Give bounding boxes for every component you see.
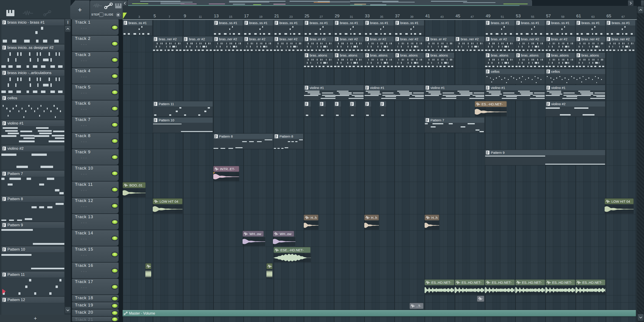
step-checkbox[interactable] xyxy=(99,13,104,17)
clip-bras-er-#2[interactable]: bras..er #2 xyxy=(183,36,213,52)
timeline-ruler[interactable]: 3579111315171921232527293133353739414345… xyxy=(123,6,637,20)
pattern-card[interactable]: violino #1 xyxy=(1,120,64,145)
clip-header[interactable]: violino #1 xyxy=(546,85,605,90)
automation-clip-master-volume[interactable]: Master - Volume xyxy=(123,310,636,316)
clip-es-hd-net-[interactable]: ES..HD.NET- xyxy=(485,279,514,295)
track-header[interactable]: Track 8■ ■ ■ xyxy=(72,133,118,149)
clip-header[interactable]: LOW HIT 04 xyxy=(153,198,182,204)
clip-header[interactable]: brass..ss #1 xyxy=(304,20,334,26)
clip-violino-#1[interactable]: violino #1 xyxy=(546,85,605,100)
clip-cellos[interactable]: cellos xyxy=(546,69,605,84)
clip-midi[interactable] xyxy=(364,101,372,117)
clip-header[interactable]: bras..ations xyxy=(576,53,605,58)
clip-bras-ations[interactable]: bras..ations xyxy=(304,53,334,68)
clip-h-h[interactable]: H..h xyxy=(424,215,439,230)
clip-wh-ow[interactable]: WH..ow xyxy=(273,231,296,246)
pattern-card[interactable]: brass inicio - brass #1 xyxy=(1,19,64,44)
clip-header[interactable]: bras..ner #2 xyxy=(334,36,364,42)
pattern-card[interactable]: Pattern 8 xyxy=(1,196,64,221)
clip-header[interactable]: Pattern 8 xyxy=(213,134,273,139)
clip-bras-ations[interactable]: bras..ations xyxy=(424,53,454,68)
track-mute-led[interactable] xyxy=(112,220,118,224)
pattern-card[interactable]: Pattern 11 xyxy=(1,271,64,296)
clip-header[interactable]: bras..ations xyxy=(334,53,364,58)
track-options-dots[interactable]: ■ ■ ■ xyxy=(81,125,87,126)
pattern-card-header[interactable]: Pattern 9 xyxy=(1,222,64,228)
track-header[interactable]: Track 2■ ■ ■ xyxy=(72,36,118,51)
pattern-card-header[interactable]: cellos xyxy=(1,95,64,101)
clip-bras-ner-#2[interactable]: bras..ner #2 xyxy=(576,36,605,52)
pattern-card-header[interactable]: violino #1 xyxy=(1,120,64,126)
add-pattern-button[interactable]: + xyxy=(34,315,37,321)
clip-header[interactable]: cellos xyxy=(485,69,545,74)
clip-es-hd-net-[interactable]: ES..HD.NET- xyxy=(455,279,484,295)
track-mute-led[interactable] xyxy=(112,74,118,78)
clip-header[interactable]: Pattern 8 xyxy=(274,134,303,139)
clip-es-hd-net-[interactable]: ES..HD.NET- xyxy=(515,279,545,295)
clip-header[interactable]: brass..ss #1 xyxy=(334,20,364,26)
clip-low-hit-04[interactable]: LOW HIT 04 xyxy=(604,198,634,214)
track-options-dots[interactable]: ■ ■ ■ xyxy=(81,222,87,224)
audio-filter-icon[interactable] xyxy=(22,10,33,16)
clip-brass-ss-#1[interactable]: brass..ss #1 xyxy=(606,20,636,36)
clip-header[interactable] xyxy=(304,101,311,107)
track-header[interactable]: Track 16■ ■ ■ xyxy=(72,262,118,278)
track-options-dots[interactable]: ■ ■ ■ xyxy=(81,44,87,45)
clip-pattern-9[interactable]: Pattern 9 xyxy=(485,150,605,165)
track-header[interactable]: Track 3■ ■ ■ xyxy=(72,52,118,68)
pattern-card-header[interactable]: brass inicio..ss designer #2 xyxy=(1,45,64,51)
clip-header[interactable]: brass..ss #1 xyxy=(274,20,303,26)
clip-brass-ss-#1[interactable]: brass..ss #1 xyxy=(485,20,514,36)
clip-header[interactable] xyxy=(319,101,326,107)
clip-header[interactable]: bras..er #2 xyxy=(424,36,454,42)
clip-bras-er-#2[interactable]: bras..er #2 xyxy=(244,36,273,52)
clip-bras-ner-#2[interactable]: bras..ner #2 xyxy=(515,36,545,52)
clip-brass-ss-#1[interactable]: brass..ss #1 xyxy=(546,20,575,36)
clip-header[interactable]: bras..ner #2 xyxy=(455,36,484,42)
clip-header[interactable]: bras..ations xyxy=(394,53,424,58)
pattern-card-header[interactable]: Pattern 8 xyxy=(1,196,64,202)
clip-pattern-8[interactable]: Pattern 8 xyxy=(274,134,303,149)
track-options-dots[interactable]: ■ ■ ■ xyxy=(81,157,87,159)
clip-bras-ations[interactable]: bras..ations xyxy=(485,53,514,68)
clip-header[interactable]: bras..ner #2 xyxy=(576,36,605,42)
track-header[interactable]: Track 21 xyxy=(72,316,118,321)
clip-header[interactable]: bras..ations xyxy=(304,53,334,58)
grid-scroll-up-button[interactable] xyxy=(638,6,644,14)
pattern-card-header[interactable]: Pattern 12 xyxy=(1,297,64,303)
playlist-grid[interactable]: brass..ss #1brass..ss #1brass..ss #1bras… xyxy=(123,19,637,322)
track-header[interactable]: Track 5■ ■ ■ xyxy=(72,84,118,100)
clip-bras-ations[interactable]: bras..ations xyxy=(546,53,575,68)
clip-ese-hd-net-[interactable]: ESE..-HD.NET- xyxy=(274,247,311,262)
picker-scroll-up-button[interactable] xyxy=(65,26,71,32)
track-mute-led[interactable] xyxy=(112,268,118,273)
clip-violino-#1[interactable]: violino #1 xyxy=(364,85,424,100)
track-header[interactable]: Track 4■ ■ ■ xyxy=(72,68,118,84)
clip-wh-ow[interactable]: WH..ow xyxy=(242,231,265,246)
slide-radio[interactable] xyxy=(116,13,120,17)
clip-bras-ations[interactable]: bras..ations xyxy=(334,53,364,68)
track-mute-led[interactable] xyxy=(112,90,118,95)
track-mute-led[interactable] xyxy=(112,252,118,257)
track-mute-led[interactable] xyxy=(112,296,118,301)
clip-header[interactable]: bras..er #2 xyxy=(244,36,273,42)
track-mute-led[interactable] xyxy=(112,187,118,192)
playlist-row[interactable] xyxy=(123,247,637,263)
clip-audio[interactable] xyxy=(477,296,484,302)
clip-bras-ner-#2[interactable]: bras..ner #2 xyxy=(153,36,182,52)
pattern-card[interactable]: brass inicio -..articulations xyxy=(1,70,64,94)
clip-midi[interactable] xyxy=(349,101,356,117)
track-mute-led[interactable] xyxy=(112,171,118,176)
clip-bras-ations[interactable]: bras..ations xyxy=(576,53,605,68)
track-header[interactable]: Track 14■ ■ ■ xyxy=(72,230,118,246)
pattern-card[interactable]: brass inicio..ss designer #2 xyxy=(1,45,64,69)
track-header[interactable]: Track 13■ ■ ■ xyxy=(72,214,118,230)
clip-bras-ations[interactable]: bras..ations xyxy=(515,53,545,68)
clip-header[interactable]: brass..ss #1 xyxy=(485,20,514,26)
track-header[interactable]: Track 6■ ■ ■ xyxy=(72,100,118,116)
track-mute-led[interactable] xyxy=(112,317,118,321)
clip-header[interactable]: ES..-HD.NET- xyxy=(475,101,507,107)
clip-header[interactable]: bras..ner #2 xyxy=(606,36,636,42)
clip-violino-#1[interactable]: violino #1 xyxy=(424,85,484,100)
clip-brass-ss-#1[interactable]: brass..ss #1 xyxy=(213,20,243,36)
